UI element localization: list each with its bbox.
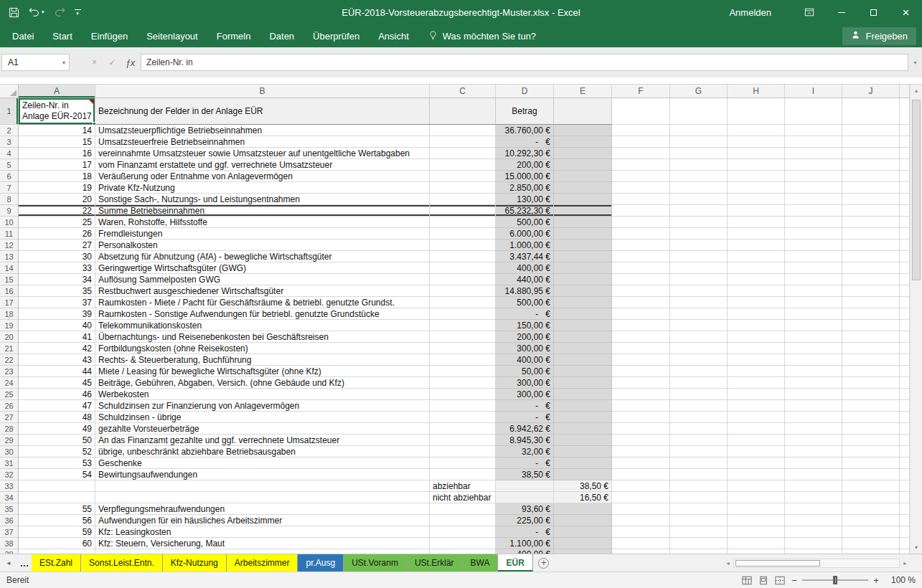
cell-j38[interactable]	[842, 538, 900, 549]
cell-i33[interactable]	[785, 480, 842, 492]
cell-h34[interactable]	[728, 492, 785, 503]
column-header-d[interactable]: D	[496, 85, 554, 98]
cell-d25[interactable]: 300,00 €	[496, 389, 554, 400]
cell-d35[interactable]: 93,60 €	[496, 503, 554, 515]
cell-i18[interactable]	[785, 308, 842, 320]
cell-d19[interactable]: 150,00 €	[496, 320, 554, 331]
cell-h36[interactable]	[728, 515, 785, 526]
cell-d4[interactable]: 10.292,30 €	[496, 148, 554, 159]
cell-e14[interactable]	[554, 262, 612, 274]
cell-a29[interactable]: 50	[19, 435, 95, 446]
cell-j14[interactable]	[842, 262, 900, 274]
cell-c2[interactable]	[430, 125, 496, 136]
cell-c4[interactable]	[430, 148, 496, 159]
cell-e4[interactable]	[554, 148, 612, 159]
row-header-37[interactable]: 37	[0, 526, 19, 538]
row-header-1[interactable]: 1	[0, 98, 19, 125]
cell-b12[interactable]: Personalkosten	[95, 240, 430, 251]
cell-f4[interactable]	[612, 148, 670, 159]
row-header-34[interactable]: 34	[0, 492, 19, 503]
cell-d36[interactable]: 225,00 €	[496, 515, 554, 526]
cell-e36[interactable]	[554, 515, 612, 526]
row-header-9[interactable]: 9	[0, 205, 19, 217]
cell-b39[interactable]	[95, 549, 430, 554]
cell-c25[interactable]	[430, 389, 496, 400]
cell-j15[interactable]	[842, 274, 900, 285]
cell-j32[interactable]	[842, 469, 900, 480]
row-header-30[interactable]: 30	[0, 446, 19, 457]
cell-e26[interactable]	[554, 400, 612, 412]
cell-j36[interactable]	[842, 515, 900, 526]
cell-e9[interactable]	[554, 205, 612, 217]
cell-a34[interactable]	[19, 492, 95, 503]
horizontal-scroll-track[interactable]	[733, 559, 900, 568]
cell-d27[interactable]: - €	[496, 412, 554, 423]
cell-c27[interactable]	[430, 412, 496, 423]
cell-f26[interactable]	[612, 400, 670, 412]
cell-d12[interactable]: 1.000,00 €	[496, 240, 554, 251]
cell-j18[interactable]	[842, 308, 900, 320]
cell-b1[interactable]: Bezeichnung der Felder in der Anlage EÜR	[95, 98, 430, 125]
cell-e24[interactable]	[554, 377, 612, 389]
cell-i12[interactable]	[785, 240, 842, 251]
cell-b6[interactable]: Veräußerung oder Entnahme von Anlageverm…	[95, 171, 430, 182]
cell-b32[interactable]: Bewirtungsaufwendungen	[95, 469, 430, 480]
cell-a32[interactable]: 54	[19, 469, 95, 480]
cell-d17[interactable]: 500,00 €	[496, 297, 554, 308]
cell-j7[interactable]	[842, 182, 900, 194]
cell-a23[interactable]: 44	[19, 366, 95, 377]
row-header-20[interactable]: 20	[0, 331, 19, 343]
cell-b14[interactable]: Geringwertige Wirtschaftsgüter (GWG)	[95, 262, 430, 274]
cell-f28[interactable]	[612, 423, 670, 435]
cell-i38[interactable]	[785, 538, 842, 549]
cell-h19[interactable]	[728, 320, 785, 331]
cell-j9[interactable]	[842, 205, 900, 217]
cell-c23[interactable]	[430, 366, 496, 377]
cell-i25[interactable]	[785, 389, 842, 400]
cell-c12[interactable]	[430, 240, 496, 251]
cell-b16[interactable]: Restbuchwert ausgeschiedener Wirtschafts…	[95, 285, 430, 297]
cell-h2[interactable]	[728, 125, 785, 136]
cell-g16[interactable]	[670, 285, 728, 297]
cell-c19[interactable]	[430, 320, 496, 331]
cell-h13[interactable]	[728, 251, 785, 262]
cell-c30[interactable]	[430, 446, 496, 457]
cell-i11[interactable]	[785, 228, 842, 240]
row-header-8[interactable]: 8	[0, 194, 19, 205]
sheet-tab-bwa[interactable]: BWA	[463, 554, 499, 572]
cell-d1[interactable]: Betrag	[496, 98, 554, 125]
cell-a7[interactable]: 19	[19, 182, 95, 194]
column-header-g[interactable]: G	[670, 85, 728, 98]
cell-g12[interactable]	[670, 240, 728, 251]
cell-c37[interactable]	[430, 526, 496, 538]
cell-b17[interactable]: Raumkosten - Miete / Pacht für Geschäfts…	[95, 297, 430, 308]
cell-d18[interactable]: - €	[496, 308, 554, 320]
cell-f35[interactable]	[612, 503, 670, 515]
row-header-27[interactable]: 27	[0, 412, 19, 423]
row-header-31[interactable]: 31	[0, 457, 19, 469]
zoom-slider[interactable]	[802, 574, 868, 586]
cell-h9[interactable]	[728, 205, 785, 217]
sign-in-link[interactable]: Anmelden	[729, 0, 771, 24]
cell-f10[interactable]	[612, 217, 670, 228]
cell-j1[interactable]	[842, 98, 900, 125]
cell-i34[interactable]	[785, 492, 842, 503]
cell-a1[interactable]: Zeilen-Nr. in Anlage EÜR-2017	[19, 98, 95, 125]
cell-a18[interactable]: 39	[19, 308, 95, 320]
cell-b18[interactable]: Raumkosten - Sonstige Aufwendungen für b…	[95, 308, 430, 320]
cell-d38[interactable]: 1.100,00 €	[496, 538, 554, 549]
sheet-tab-sonst-leist-entn[interactable]: Sonst.Leist.Entn.	[81, 554, 163, 572]
name-box-dropdown-icon[interactable]: ▾	[62, 60, 65, 66]
cell-b28[interactable]: gezahlte Vorsteuerbeträge	[95, 423, 430, 435]
cell-b37[interactable]: Kfz: Leasingkosten	[95, 526, 430, 538]
cell-e33[interactable]: 38,50 €	[554, 480, 612, 492]
cell-a12[interactable]: 27	[19, 240, 95, 251]
cell-e19[interactable]	[554, 320, 612, 331]
cell-j20[interactable]	[842, 331, 900, 343]
column-header-f[interactable]: F	[612, 85, 670, 98]
cell-h25[interactable]	[728, 389, 785, 400]
cell-f23[interactable]	[612, 366, 670, 377]
cell-i19[interactable]	[785, 320, 842, 331]
row-header-36[interactable]: 36	[0, 515, 19, 526]
cell-d2[interactable]: 36.760,00 €	[496, 125, 554, 136]
